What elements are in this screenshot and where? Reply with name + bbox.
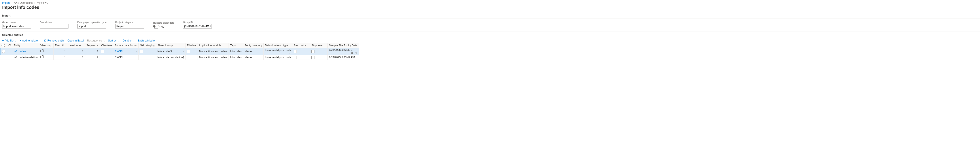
plus-icon: + [2, 39, 4, 42]
input-operation-type[interactable] [77, 24, 106, 29]
input-description[interactable] [40, 24, 68, 29]
label-operation-type: Data project operation type [77, 21, 107, 24]
source-format-dropdown[interactable]: EXCEL [115, 50, 123, 53]
checkbox-disable[interactable] [187, 50, 190, 53]
row-radio-icon[interactable] [2, 49, 5, 53]
plus-icon: + [20, 39, 21, 42]
checkbox-obsolete[interactable] [101, 50, 104, 53]
col-level[interactable]: Level in ex... [67, 43, 85, 48]
refresh-type-dropdown[interactable]: Incremental push only [263, 48, 292, 55]
view-map-icon[interactable] [40, 56, 43, 59]
toolbar-resequence: Resequence [87, 39, 105, 42]
checkbox-skip-staging[interactable] [140, 56, 143, 59]
cell-expiry[interactable]: 1/24/2025 5:43:47 PM [328, 55, 359, 60]
cell-refresh-type[interactable]: Incremental push only [263, 55, 292, 60]
col-tags[interactable]: Tags [229, 43, 243, 48]
toolbar-sort-by[interactable]: Sort by [108, 39, 120, 42]
cell-entity-category: Master [243, 55, 263, 60]
toolbar-entity-attribute[interactable]: Entity attribute [138, 39, 155, 42]
toolbar-disable[interactable]: Disable [123, 39, 135, 42]
calendar-clock-icon[interactable]: ▦ ◷ [351, 51, 357, 54]
col-stop-unit[interactable]: Stop unit e... [293, 43, 310, 48]
entities-grid: Entity View map Executi...↑ Level in ex.… [0, 43, 359, 60]
cell-level[interactable]: 1 [67, 55, 85, 60]
field-project-category: Project category Project [115, 21, 144, 29]
grid-toolbar: + Add file + Add template Remove entity … [0, 38, 980, 43]
trash-icon [44, 39, 46, 42]
cell-execution-unit[interactable]: 1 [53, 55, 67, 60]
cell-execution-unit[interactable]: 1 [53, 48, 67, 55]
cell-tags: Infocodes [229, 55, 243, 60]
toolbar-remove-entity-label: Remove entity [48, 39, 64, 42]
col-skip-staging[interactable]: Skip staging [139, 43, 156, 48]
sort-asc-icon: ↑ [65, 44, 67, 46]
toolbar-add-template-label: Add template [22, 39, 38, 42]
toggle-truncate[interactable] [153, 25, 159, 29]
col-refresh-type[interactable]: Default refresh type [263, 43, 292, 48]
breadcrumb-view-dropdown[interactable]: My view [37, 1, 49, 5]
toggle-truncate-value: No [161, 25, 164, 28]
col-sample-expiry[interactable]: Sample File Expiry Date [328, 43, 359, 48]
checkbox-stop-level[interactable] [311, 50, 315, 53]
cell-sequence[interactable]: 2 [85, 55, 100, 60]
checkbox-disable[interactable] [187, 56, 190, 59]
cell-source-format[interactable]: EXCEL [113, 55, 139, 60]
label-group-id: Group ID [183, 21, 212, 24]
cell-sheet-lookup[interactable]: Info_code_translation$ [156, 55, 186, 60]
import-form: Group name Description Data project oper… [0, 19, 980, 32]
toolbar-add-template[interactable]: + Add template [20, 39, 41, 42]
input-group-name[interactable] [2, 24, 31, 29]
input-group-id[interactable] [183, 24, 212, 29]
toolbar-add-file[interactable]: + Add file [2, 39, 17, 42]
radio-select-all-icon [2, 44, 5, 47]
col-execution-unit[interactable]: Executi...↑ [53, 43, 67, 48]
entity-link[interactable]: Info codes [14, 50, 26, 53]
field-description: Description [40, 21, 68, 29]
col-app-module[interactable]: Application module [197, 43, 229, 48]
label-description: Description [40, 21, 68, 24]
page-title: Import info codes [0, 5, 980, 12]
checkbox-stop-unit[interactable] [294, 50, 297, 53]
breadcrumb-separator-1: | [11, 1, 12, 5]
view-map-icon[interactable] [40, 49, 43, 53]
col-entity-category[interactable]: Entity category [243, 43, 263, 48]
section-heading-import: Import [0, 12, 980, 19]
cell-expiry[interactable]: 1/24/2025 5:43:30 ...▦ ◷ [328, 48, 359, 55]
toolbar-open-in-excel[interactable]: Open in Excel [67, 39, 84, 42]
cell-entity[interactable]: Info code translation [13, 55, 39, 60]
col-source-format[interactable]: Source data format [113, 43, 139, 48]
checkbox-stop-unit[interactable] [294, 56, 297, 59]
breadcrumb-workspace: AX : Operations [14, 1, 33, 5]
col-sheet-lookup[interactable]: Sheet lookup [156, 43, 186, 48]
refresh-icon [8, 44, 11, 47]
field-operation-type: Data project operation type [77, 21, 107, 29]
cell-app-module: Transactions and orders [197, 55, 229, 60]
cell-sequence[interactable]: 1 [85, 48, 100, 55]
col-view-map[interactable]: View map [39, 43, 53, 48]
col-disable[interactable]: Disable [186, 43, 197, 48]
toolbar-remove-entity[interactable]: Remove entity [44, 39, 64, 42]
sheet-lookup-dropdown[interactable]: Info_codes$ [156, 48, 186, 55]
table-row[interactable]: Info code translation 1 1 2 EXCEL Info_c… [0, 55, 359, 60]
label-project-category: Project category [115, 21, 144, 24]
select-project-category[interactable]: Project [115, 24, 144, 29]
field-group-id: Group ID [183, 21, 212, 29]
col-stop-level[interactable]: Stop level ... [310, 43, 328, 48]
breadcrumb: Import | AX : Operations | My view [0, 0, 980, 5]
cell-level[interactable]: 1 [67, 48, 85, 55]
col-entity[interactable]: Entity [13, 43, 39, 48]
table-row[interactable]: Info codes 1 1 1 EXCEL Info_codes$ Trans… [0, 48, 359, 55]
toolbar-add-file-label: Add file [5, 39, 13, 42]
breadcrumb-import[interactable]: Import [2, 1, 10, 5]
grid-header-row: Entity View map Executi...↑ Level in ex.… [0, 43, 359, 48]
field-group-name: Group name [2, 21, 31, 29]
checkbox-skip-staging[interactable] [140, 50, 143, 53]
cell-app-module: Transactions and orders [197, 48, 229, 55]
col-select[interactable] [0, 43, 7, 48]
col-obsolete[interactable]: Obsolete [100, 43, 113, 48]
cell-tags: Infocodes [229, 48, 243, 55]
checkbox-stop-level[interactable] [311, 56, 315, 59]
section-heading-selected-entities: Selected entities [0, 32, 980, 38]
col-sequence[interactable]: Sequence [85, 43, 100, 48]
col-refresh[interactable] [7, 43, 13, 48]
